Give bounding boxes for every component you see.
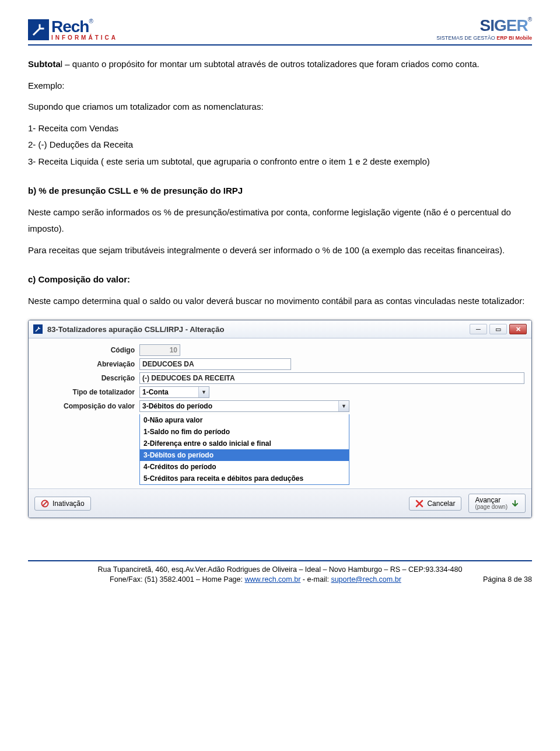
rech-reg: ® bbox=[89, 18, 93, 25]
button-bar: Inativação Cancelar Avançar (page down) bbox=[29, 488, 531, 518]
intro-bold: Subtota bbox=[28, 59, 61, 69]
chevron-down-icon: ▼ bbox=[338, 401, 349, 411]
dropdown-option[interactable]: 4-Créditos do período bbox=[140, 461, 349, 473]
window-title: 83-Totalizadores apuração CSLL/IRPJ - Al… bbox=[47, 325, 465, 334]
close-button[interactable]: ✕ bbox=[509, 324, 527, 334]
list-item: 2- (-) Deduções da Receita bbox=[28, 137, 532, 153]
arrow-down-icon bbox=[511, 499, 519, 508]
combo-tipo[interactable]: 1-Conta ▼ bbox=[139, 386, 209, 398]
label-abreviacao: Abreviação bbox=[36, 360, 139, 368]
rech-logo-icon bbox=[28, 19, 49, 40]
section-b-p2: Para receitas que sejam tributáveis inte… bbox=[28, 242, 532, 259]
input-abreviacao[interactable]: DEDUCOES DA bbox=[139, 358, 291, 370]
page-number: Página 8 de 38 bbox=[483, 575, 532, 585]
label-totalizador: Totalizador bbox=[36, 420, 139, 428]
footer-rule bbox=[28, 560, 532, 561]
exemplo-label: Exemplo: bbox=[28, 78, 532, 95]
label-sinal: Sinal totalizador bbox=[36, 444, 139, 452]
header-rule bbox=[28, 44, 532, 46]
list-item: 1- Receita com Vendas bbox=[28, 120, 532, 137]
dialog-window: 83-Totalizadores apuração CSLL/IRPJ - Al… bbox=[28, 320, 532, 518]
rech-logo-text: Rech bbox=[51, 18, 89, 36]
section-b-title: b) % de presunção CSLL e % de presunção … bbox=[28, 183, 532, 200]
inativacao-button[interactable]: Inativação bbox=[34, 497, 91, 511]
dropdown-option[interactable]: 2-Diferença entre o saldo inicial e fina… bbox=[140, 438, 349, 449]
siger-logo-text: SIGER bbox=[480, 16, 527, 34]
rech-logo: Rech® INFORMÁTICA bbox=[28, 19, 118, 41]
dropdown-option[interactable]: 5-Créditos para receita e débitos para d… bbox=[140, 473, 349, 484]
dialog-body: Código 10 Abreviação DEDUCOES DA Descriç… bbox=[29, 338, 531, 488]
body-text: Subtotal – quanto o propósito for montar… bbox=[28, 56, 532, 309]
input-codigo[interactable]: 10 bbox=[139, 344, 180, 356]
svg-line-1 bbox=[43, 501, 47, 506]
inativacao-icon bbox=[41, 499, 49, 508]
label-descricao: Descrição bbox=[36, 374, 139, 382]
section-c-title: c) Composição do valor: bbox=[28, 271, 532, 288]
label-csll: % de Presunção CSLL bbox=[36, 432, 139, 440]
list-item: 3- Receita Liquida ( este seria um subto… bbox=[28, 153, 532, 170]
label-composicao: Composição do valor bbox=[36, 402, 139, 410]
dropdown-option[interactable]: 1-Saldo no fim do período bbox=[140, 426, 349, 438]
combo-composicao[interactable]: 3-Débitos do período ▼ bbox=[139, 400, 349, 412]
footer-phone: Fone/Fax: (51) 3582.4001 – Home Page: bbox=[110, 575, 244, 584]
cancelar-button[interactable]: Cancelar bbox=[409, 497, 461, 511]
cancel-icon bbox=[415, 499, 424, 508]
avancar-button[interactable]: Avançar (page down) bbox=[468, 494, 526, 513]
section-c-p1: Neste campo determina qual o saldo ou va… bbox=[28, 293, 532, 310]
siger-subtitle: SISTEMAS DE GESTÃO ERP BI Mobile bbox=[436, 35, 532, 41]
chevron-down-icon: ▼ bbox=[198, 387, 209, 397]
dropdown-list: 0-Não apura valor 1-Saldo no fim do perí… bbox=[139, 414, 349, 485]
siger-logo: SIGER® SISTEMAS DE GESTÃO ERP BI Mobile bbox=[436, 16, 532, 41]
exemplo-line: Supondo que criamos um totalizador com a… bbox=[28, 99, 532, 116]
app-icon bbox=[33, 324, 43, 334]
maximize-button[interactable]: ▭ bbox=[489, 324, 507, 334]
input-descricao[interactable]: (-) DEDUCOES DA RECEITA bbox=[139, 372, 524, 384]
label-codigo: Código bbox=[36, 346, 139, 354]
minimize-button[interactable]: ─ bbox=[470, 324, 487, 334]
homepage-link[interactable]: www.rech.com.br bbox=[244, 575, 300, 584]
section-b-p1: Neste campo serão informados os % de pre… bbox=[28, 204, 532, 237]
title-bar[interactable]: 83-Totalizadores apuração CSLL/IRPJ - Al… bbox=[29, 320, 531, 338]
input-csll[interactable]: 8,00 bbox=[472, 430, 524, 442]
footer-address: Rua Tupanciretã, 460, esq.Av.Ver.Adão Ro… bbox=[28, 565, 532, 575]
email-link[interactable]: suporte@rech.com.br bbox=[331, 575, 401, 584]
dropdown-option[interactable]: 0-Não apura valor bbox=[140, 414, 349, 426]
page-footer: Rua Tupanciretã, 460, esq.Av.Ver.Adão Ro… bbox=[28, 565, 532, 585]
label-tipo: Tipo de totalizador bbox=[36, 388, 139, 396]
dropdown-option-selected[interactable]: 3-Débitos do período bbox=[140, 449, 349, 461]
page-header: Rech® INFORMÁTICA SIGER® SISTEMAS DE GES… bbox=[28, 16, 532, 41]
siger-reg: ® bbox=[528, 16, 532, 23]
rech-subtitle: INFORMÁTICA bbox=[51, 35, 118, 41]
